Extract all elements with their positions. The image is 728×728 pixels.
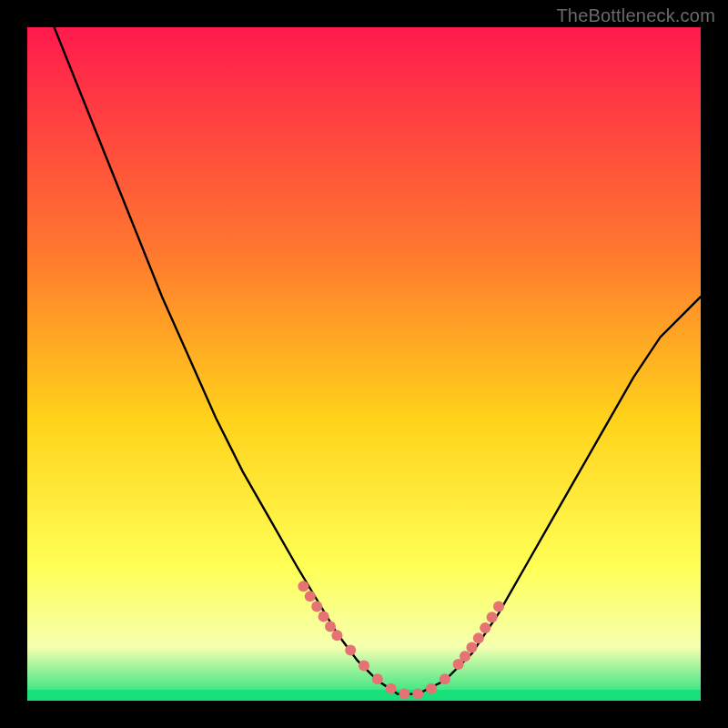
curve-marker-dot xyxy=(460,651,470,662)
curve-marker-dot xyxy=(345,645,356,656)
chart-frame xyxy=(27,27,701,701)
curve-marker-dot xyxy=(440,673,450,684)
curve-marker-dot xyxy=(487,612,498,622)
curve-marker-dot xyxy=(386,683,397,694)
curve-marker-dot xyxy=(473,632,484,643)
curve-marker-dot xyxy=(493,601,504,612)
curve-marker-dot xyxy=(325,622,336,632)
curve-marker-dot xyxy=(318,612,329,622)
curve-marker-dot xyxy=(480,622,490,633)
curve-marker-dot xyxy=(359,661,369,672)
gradient-background xyxy=(27,27,701,701)
watermark-text: TheBottleneck.com xyxy=(556,5,715,26)
curve-marker-dot xyxy=(372,673,383,684)
curve-marker-dot xyxy=(466,642,477,653)
green-baseline-band xyxy=(27,690,701,701)
curve-marker-dot xyxy=(298,581,308,592)
curve-marker-dot xyxy=(412,689,423,700)
bottleneck-chart xyxy=(27,27,701,701)
curve-marker-dot xyxy=(331,630,342,641)
curve-marker-dot xyxy=(426,683,437,694)
curve-marker-dot xyxy=(399,689,410,700)
curve-marker-dot xyxy=(305,591,316,602)
curve-marker-dot xyxy=(311,601,322,612)
